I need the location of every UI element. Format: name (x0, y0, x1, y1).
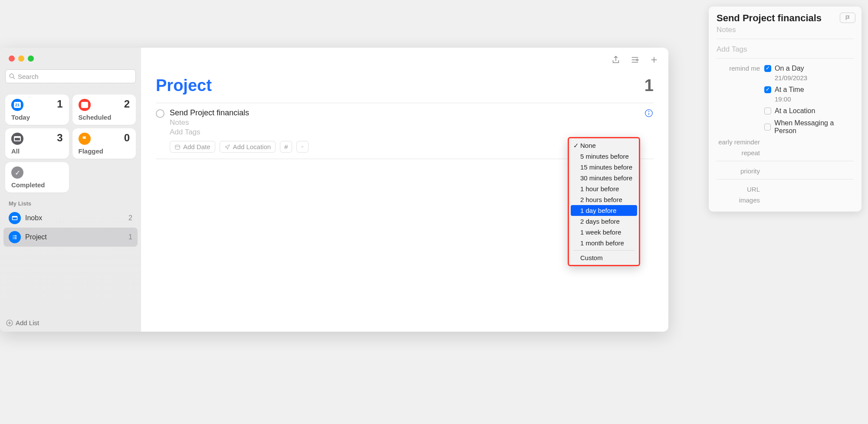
priority-label: priority (717, 167, 764, 175)
plus-circle-icon (6, 320, 13, 326)
dropdown-item-2days[interactable]: 2 days before (571, 216, 637, 227)
tag-chip[interactable]: # (280, 141, 292, 153)
inbox-count: 2 (128, 214, 132, 222)
at-a-location-checkbox[interactable]: At a Location (764, 107, 854, 115)
smart-all[interactable]: 3 All (5, 128, 69, 159)
svg-rect-6 (14, 237, 16, 238)
share-button[interactable] (610, 54, 621, 65)
at-a-time-checkbox[interactable]: At a Time (764, 86, 854, 94)
on-a-day-value[interactable]: 21/09/2023 (775, 74, 854, 82)
early-reminder-dropdown: None 5 minutes before 15 minutes before … (568, 137, 640, 266)
toolbar (141, 48, 668, 72)
info-button[interactable] (644, 108, 654, 120)
smart-scheduled[interactable]: 2 Scheduled (72, 95, 136, 125)
add-location-chip[interactable]: Add Location (220, 141, 276, 153)
search-icon (9, 73, 15, 79)
dropdown-item-15min[interactable]: 15 minutes before (571, 162, 637, 173)
details-notes-placeholder[interactable]: Notes (717, 24, 854, 36)
details-panel: Send Project financials Notes Add Tags r… (709, 7, 861, 212)
add-reminder-button[interactable] (648, 54, 660, 65)
svg-rect-3 (13, 237, 14, 238)
at-a-time-label: At a Time (775, 86, 804, 94)
dropdown-item-30min[interactable]: 30 minutes before (571, 173, 637, 183)
remind-me-label: remind me (717, 65, 764, 72)
dropdown-item-custom[interactable]: Custom (571, 252, 637, 263)
dropdown-item-1day[interactable]: 1 day before (571, 205, 637, 216)
list-title: Project (156, 76, 212, 95)
when-messaging-label: When Messaging a Person (774, 119, 854, 135)
flag-icon (301, 144, 304, 150)
today-count: 1 (57, 98, 62, 110)
smart-flagged[interactable]: 0 Flagged (72, 128, 136, 159)
dropdown-item-1week[interactable]: 1 week before (571, 227, 637, 238)
svg-rect-20 (175, 145, 180, 149)
on-a-day-checkbox[interactable]: On a Day (764, 65, 854, 72)
details-tags-placeholder[interactable]: Add Tags (717, 43, 854, 55)
add-location-label: Add Location (233, 143, 271, 150)
svg-point-14 (637, 59, 638, 61)
svg-point-19 (649, 111, 649, 111)
svg-line-1 (13, 77, 15, 79)
list-icon (9, 231, 21, 243)
smart-lists: 21 1 Today 2 Scheduled 3 All 0 Flagged ✓ (0, 87, 141, 196)
at-a-location-label: At a Location (775, 107, 815, 115)
add-list-button[interactable]: Add List (0, 314, 141, 332)
repeat-label: repeat (717, 149, 764, 157)
url-label: URL (717, 186, 764, 193)
my-lists-header: My Lists (0, 196, 141, 209)
flagged-label: Flagged (79, 147, 130, 155)
details-flag-button[interactable] (840, 13, 855, 23)
add-list-label: Add List (16, 319, 39, 326)
dropdown-item-1month[interactable]: 1 month before (571, 238, 637, 248)
minimize-window-button[interactable] (18, 55, 24, 62)
hash-label: # (284, 143, 288, 150)
svg-rect-2 (13, 235, 14, 236)
details-title[interactable]: Send Project financials (717, 13, 854, 24)
all-label: All (11, 147, 63, 155)
svg-rect-7 (14, 238, 16, 239)
list-task-count: 1 (644, 76, 654, 95)
early-reminder-label: early reminder (717, 138, 764, 146)
svg-rect-4 (13, 238, 14, 239)
flag-chip[interactable] (296, 141, 309, 153)
view-options-button[interactable] (629, 54, 641, 65)
smart-today[interactable]: 21 1 Today (5, 95, 69, 125)
add-date-chip[interactable]: Add Date (170, 141, 215, 153)
check-icon: ✓ (11, 166, 23, 179)
tray-icon (11, 133, 23, 145)
flagged-count: 0 (124, 132, 130, 144)
dropdown-item-none[interactable]: None (571, 140, 637, 151)
completed-label: Completed (11, 181, 63, 189)
svg-point-0 (10, 74, 13, 78)
project-label: Project (25, 233, 47, 241)
flag-icon (79, 133, 91, 145)
inbox-label: Inobx (25, 214, 42, 222)
on-a-day-label: On a Day (775, 65, 804, 72)
smart-completed[interactable]: ✓ Completed (5, 162, 69, 192)
when-messaging-checkbox[interactable]: When Messaging a Person (764, 119, 854, 135)
complete-checkbox[interactable] (156, 109, 164, 118)
dropdown-item-2hours[interactable]: 2 hours before (571, 194, 637, 205)
dropdown-item-1hour[interactable]: 1 hour before (571, 183, 637, 194)
search-input[interactable]: Search (5, 69, 136, 83)
all-count: 3 (57, 132, 62, 144)
list-inbox[interactable]: Inobx 2 (3, 209, 138, 228)
tray-icon (9, 212, 21, 224)
task-title[interactable]: Send Project financials (170, 108, 249, 117)
search-placeholder: Search (18, 73, 39, 80)
calendar-icon (79, 99, 91, 111)
close-window-button[interactable] (9, 55, 15, 62)
flag-icon (845, 15, 851, 21)
images-label: images (717, 196, 764, 204)
dropdown-item-5min[interactable]: 5 minutes before (571, 151, 637, 162)
list-project[interactable]: Project 1 (3, 228, 138, 247)
add-date-label: Add Date (183, 143, 210, 150)
traffic-lights (0, 48, 141, 66)
calendar-today-icon: 21 (11, 99, 23, 111)
maximize-window-button[interactable] (28, 55, 34, 62)
list-header: Project 1 (141, 72, 668, 99)
at-a-time-value[interactable]: 19:00 (775, 95, 854, 103)
task-tags-placeholder[interactable]: Add Tags (170, 128, 249, 137)
task-notes-placeholder[interactable]: Notes (170, 118, 249, 127)
sidebar: Search 21 1 Today 2 Scheduled 3 All 0 Fl… (0, 48, 141, 332)
